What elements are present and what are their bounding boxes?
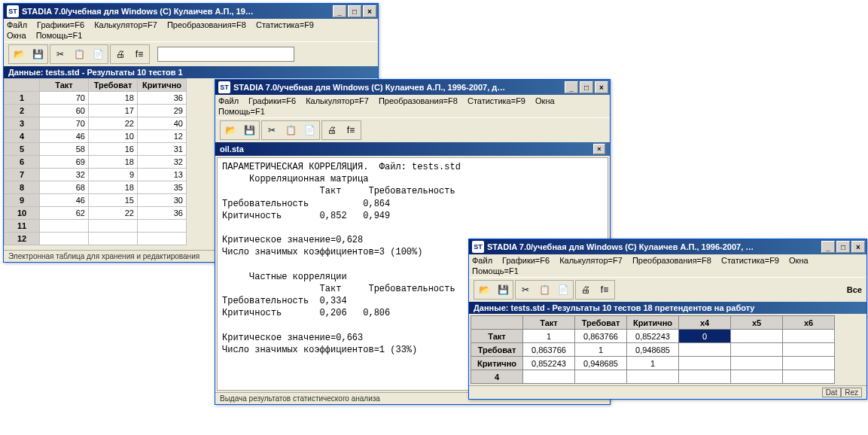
cell[interactable]: 12 xyxy=(138,130,187,143)
menu-file[interactable]: Файл xyxy=(7,20,27,29)
cell[interactable]: 13 xyxy=(138,169,187,181)
menu-graph[interactable]: Графики=F6 xyxy=(502,256,550,265)
cell[interactable]: 1 xyxy=(627,357,679,370)
cell[interactable] xyxy=(731,370,783,384)
menu-transform[interactable]: Преобразования=F8 xyxy=(167,20,246,29)
row-header[interactable]: 3 xyxy=(5,117,40,130)
menu-file[interactable]: Файл xyxy=(472,256,492,265)
cell[interactable]: 46 xyxy=(40,194,89,207)
row-header[interactable]: 8 xyxy=(5,181,40,194)
row-header[interactable]: 11 xyxy=(5,220,40,233)
cell[interactable]: 70 xyxy=(40,117,89,130)
column-header[interactable]: Критично xyxy=(627,316,679,330)
cell[interactable]: 32 xyxy=(40,169,89,181)
minimize-button[interactable]: _ xyxy=(333,5,346,17)
cell[interactable] xyxy=(575,370,627,384)
menu-transform[interactable]: Преобразования=F8 xyxy=(379,96,458,105)
cell[interactable]: 32 xyxy=(138,156,187,169)
print-icon[interactable]: 🖨 xyxy=(111,46,129,62)
column-header[interactable]: x4 xyxy=(679,316,731,330)
cell[interactable]: 0,863766 xyxy=(523,343,575,357)
row-header[interactable]: 1 xyxy=(5,92,40,105)
close-button[interactable]: × xyxy=(363,5,376,17)
cell[interactable]: 46 xyxy=(40,130,89,143)
tab-rez[interactable]: Rez xyxy=(841,388,862,397)
cell[interactable]: 35 xyxy=(138,181,187,194)
cell[interactable] xyxy=(679,357,731,370)
correlation-grid[interactable]: ТактТребоватКритичноx4x5x6Такт10,8637660… xyxy=(471,315,835,384)
cell[interactable] xyxy=(627,370,679,384)
cell[interactable] xyxy=(40,220,89,233)
paste-icon[interactable]: 📄 xyxy=(300,122,318,138)
cell[interactable]: 62 xyxy=(40,207,89,220)
cell[interactable]: 1 xyxy=(523,330,575,343)
cell[interactable]: 70 xyxy=(40,92,89,105)
close-button[interactable]: × xyxy=(851,241,865,253)
tab-dat[interactable]: Dat xyxy=(822,388,842,397)
cell[interactable]: 22 xyxy=(89,207,138,220)
menu-calc[interactable]: Калькулятор=F7 xyxy=(306,96,369,105)
row-header[interactable]: 5 xyxy=(5,143,40,156)
column-header[interactable] xyxy=(471,316,523,330)
menu-windows[interactable]: Окна xyxy=(789,256,809,265)
cell[interactable]: 17 xyxy=(89,105,138,117)
row-header[interactable]: 6 xyxy=(5,156,40,169)
row-header[interactable]: Требоват xyxy=(471,343,523,357)
row-header[interactable]: Такт xyxy=(471,330,523,343)
titlebar[interactable]: ST STADIA 7.0/учебная для Windows (C) Ку… xyxy=(215,80,610,95)
cell[interactable]: 0,948685 xyxy=(575,357,627,370)
cut-icon[interactable]: ✂ xyxy=(263,122,281,138)
column-header[interactable]: Критично xyxy=(138,79,187,92)
menu-stat[interactable]: Статистика=F9 xyxy=(256,20,314,29)
cell[interactable]: 18 xyxy=(89,92,138,105)
paste-icon[interactable]: 📄 xyxy=(554,281,572,298)
cell[interactable]: 60 xyxy=(40,105,89,117)
cell[interactable]: 0,948685 xyxy=(627,343,679,357)
formula-input[interactable] xyxy=(157,47,294,62)
minimize-button[interactable]: _ xyxy=(565,81,578,93)
menu-transform[interactable]: Преобразования=F8 xyxy=(632,256,711,265)
minimize-button[interactable]: _ xyxy=(821,241,835,253)
menu-windows[interactable]: Окна xyxy=(535,96,555,105)
column-header[interactable]: Такт xyxy=(40,79,89,92)
row-header[interactable]: 10 xyxy=(5,207,40,220)
cell[interactable]: 29 xyxy=(138,105,187,117)
data-grid[interactable]: ТактТребоватКритично17018362601729370224… xyxy=(4,78,187,245)
cell[interactable]: 31 xyxy=(138,143,187,156)
menu-graph[interactable]: Графики=F6 xyxy=(37,20,84,29)
print-icon[interactable]: 🖨 xyxy=(577,281,595,298)
menu-graph[interactable]: Графики=F6 xyxy=(248,96,296,105)
column-header[interactable]: Требоват xyxy=(575,316,627,330)
cell[interactable] xyxy=(731,330,783,343)
maximize-button[interactable]: □ xyxy=(348,5,361,17)
cell[interactable]: 0 xyxy=(679,330,731,343)
func-icon[interactable]: f≡ xyxy=(130,46,148,62)
cell[interactable] xyxy=(89,233,138,245)
menu-help[interactable]: Помощь=F1 xyxy=(472,266,519,275)
save-icon[interactable]: 💾 xyxy=(29,46,47,62)
column-header[interactable]: Требоват xyxy=(89,79,138,92)
cell[interactable] xyxy=(679,343,731,357)
cell[interactable]: 36 xyxy=(138,92,187,105)
cell[interactable]: 36 xyxy=(138,207,187,220)
menu-help[interactable]: Помощь=F1 xyxy=(36,31,83,40)
func-icon[interactable]: f≡ xyxy=(342,122,360,138)
row-header[interactable]: Критично xyxy=(471,357,523,370)
cell[interactable]: 58 xyxy=(40,143,89,156)
copy-icon[interactable]: 📋 xyxy=(282,122,300,138)
save-icon[interactable]: 💾 xyxy=(240,122,258,138)
titlebar[interactable]: ST STADIA 7.0/учебная для Windows (C) Ку… xyxy=(4,4,378,19)
cell[interactable]: 16 xyxy=(89,143,138,156)
cell[interactable] xyxy=(783,343,835,357)
cell[interactable] xyxy=(89,220,138,233)
column-header[interactable] xyxy=(5,79,40,92)
cell[interactable]: 18 xyxy=(89,181,138,194)
cell[interactable]: 18 xyxy=(89,156,138,169)
cell[interactable]: 0,852243 xyxy=(627,330,679,343)
cell[interactable]: 30 xyxy=(138,194,187,207)
cell[interactable]: 68 xyxy=(40,181,89,194)
cell[interactable] xyxy=(731,357,783,370)
cut-icon[interactable]: ✂ xyxy=(516,281,535,298)
cell[interactable]: 0,863766 xyxy=(575,330,627,343)
row-header[interactable]: 4 xyxy=(471,370,523,384)
